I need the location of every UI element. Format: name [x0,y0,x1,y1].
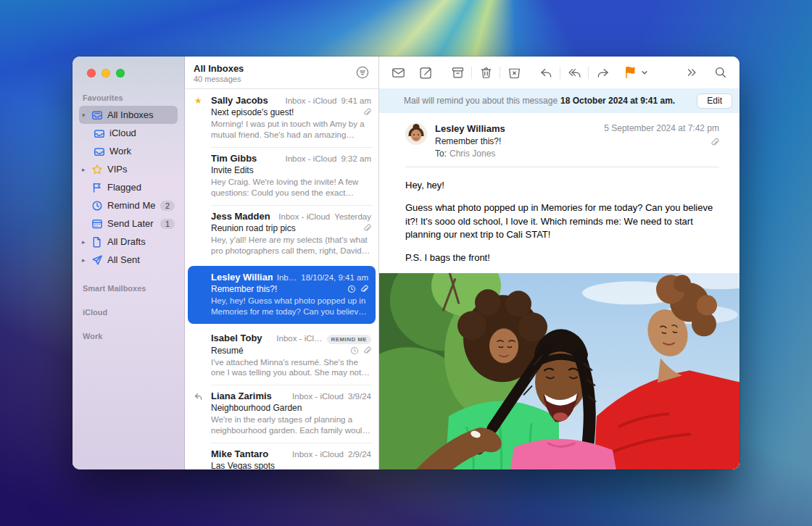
sender-avatar[interactable] [405,123,427,145]
row-sender: Sally Jacobs [211,95,281,106]
body-paragraph: Guess what photo popped up in Memories f… [405,201,715,241]
row-preview: I've attached Minna's resumé. She's the … [211,357,371,379]
more-toolbar-items-button[interactable] [683,64,700,81]
sidebar-item-send-later[interactable]: Send Later 1 [79,214,178,233]
row-subject: Resumé [211,346,350,356]
message-list: All Inboxes 40 messages ★ Sally JacobsIn… [185,57,379,469]
sidebar-item-flagged[interactable]: Flagged [79,178,178,196]
message-header: Lesley Williams Remember this?! To:Chris… [379,113,740,159]
flag-star-icon: ★ [194,96,202,106]
message-body: Hey, hey! Guess what photo popped up in … [379,167,740,273]
reply-all-button[interactable] [566,64,583,81]
archive-button[interactable] [449,64,466,81]
body-paragraph: Hey, hey! [405,179,715,192]
chevron-right-icon[interactable]: ▸ [82,256,91,264]
list-message-count: 40 messages [194,75,370,83]
row-date: 9:41 am [341,96,371,105]
sidebar: Favourites ▾ All Inboxes iCloud Work ▸ V… [72,57,185,469]
row-sender: Liana Zarimis [211,391,288,401]
clock-icon [91,200,103,212]
inbox-icon [94,128,105,139]
search-button[interactable] [712,64,729,81]
row-subject: Neighbourhood Garden [211,403,371,413]
to-label: To: [435,149,447,159]
sidebar-item-all-inboxes[interactable]: ▾ All Inboxes [79,106,178,124]
window-controls [72,57,184,78]
sidebar-item-vips[interactable]: ▸ VIPs [79,160,178,178]
forward-button[interactable] [594,64,611,81]
row-date: Yesterday [334,212,371,221]
inbox-icon [94,146,105,157]
delete-button[interactable] [477,64,494,81]
row-date: 18/10/24, 9:41 am [301,273,368,282]
paperclip-icon [362,224,371,233]
sidebar-section-smart-mailboxes: Smart Mailboxes [72,284,184,293]
paperclip-icon [710,138,719,147]
remind-clock-icon [347,285,356,293]
paperclip-icon [362,108,371,117]
compose-button[interactable] [417,64,434,81]
chevron-down-icon[interactable]: ▾ [82,112,91,119]
message-list-header: All Inboxes 40 messages [185,57,378,89]
flag-button[interactable] [621,64,639,81]
sidebar-section-icloud: iCloud [72,308,184,317]
document-icon [91,236,103,248]
message-row[interactable]: Liana ZarimisInbox - iCloud3/9/24 Neighb… [185,385,378,443]
message-row[interactable]: Isabel TobyInbox - iCl…REMIND ME Resumé … [185,327,378,385]
row-preview: Hey, hey! Guess what photo popped up in … [211,296,368,317]
reminder-text: Mail will remind you about this message [404,96,558,106]
sidebar-item-work-inbox[interactable]: Work [79,142,178,160]
row-date: 9:32 am [341,154,371,163]
get-mail-button[interactable] [389,64,407,81]
toolbar [379,57,740,88]
mail-window: Favourites ▾ All Inboxes iCloud Work ▸ V… [72,57,740,469]
paperclip-icon [360,285,368,293]
chevron-right-icon[interactable]: ▸ [82,166,91,173]
row-preview: Hey Craig. We're loving the invite! A fe… [211,177,371,199]
sidebar-item-all-drafts[interactable]: ▸ All Drafts [79,233,178,251]
reply-button[interactable] [537,64,555,81]
paper-plane-icon [91,254,103,266]
sidebar-item-icloud-inbox[interactable]: iCloud [79,124,178,142]
message-row[interactable]: Jess MaddenInbox - iCloudYesterday Reuni… [185,205,378,263]
row-preview: Hey, y'all! Here are my selects (that's … [211,235,371,256]
row-sender: Lesley Williams [211,272,273,283]
row-mailbox: Inbox - iCl… [276,334,322,343]
flag-menu-chevron-icon[interactable] [641,66,648,79]
filter-icon[interactable] [355,65,370,80]
junk-button[interactable] [505,64,523,81]
zoom-button[interactable] [116,69,125,78]
row-sender: Mike Tantaro [211,448,288,459]
unread-badge: 2 [160,201,175,211]
remind-clock-icon [350,346,359,355]
reading-pane: Mail will remind you about this message … [379,57,740,469]
message-date: 5 September 2024 at 7:42 pm [604,123,719,133]
minimize-button[interactable] [102,69,110,78]
chevron-right-icon[interactable]: ▸ [82,238,91,246]
row-subject: Las Vegas spots [211,461,371,469]
sidebar-item-label: Send Later [107,218,160,229]
sidebar-item-label: Work [109,146,175,156]
message-row[interactable]: Tim GibbsInbox - iCloud9:32 am Invite Ed… [185,147,378,205]
sidebar-section-favourites: Favourites [72,93,184,102]
edit-reminder-button[interactable]: Edit [697,93,732,109]
sidebar-item-label: Flagged [107,182,175,193]
sidebar-item-label: All Sent [107,254,175,265]
sidebar-section-work: Work [72,332,184,341]
row-mailbox: Inbox - iCloud [278,212,330,221]
sidebar-item-label: All Drafts [107,236,175,247]
row-mailbox: Inbox - iCloud [285,96,336,105]
reminder-date: 18 October 2024 at 9:41 am. [560,96,675,106]
sidebar-item-remind-me[interactable]: Remind Me 2 [79,196,178,214]
row-subject: Remember this?! [211,284,347,294]
sidebar-item-label: iCloud [109,128,175,138]
star-icon [91,164,103,175]
reminder-banner: Mail will remind you about this message … [379,88,740,113]
message-row-selected[interactable]: Lesley WilliamsInb…18/10/24, 9:41 am Rem… [188,266,376,324]
message-row[interactable]: ★ Sally JacobsInbox - iCloud9:41 am Next… [185,89,378,147]
close-button[interactable] [87,69,96,78]
sidebar-item-all-sent[interactable]: ▸ All Sent [79,251,178,269]
message-row[interactable]: Mike TantaroInbox - iCloud2/9/24 Las Veg… [185,443,378,469]
remind-me-badge: REMIND ME [327,335,371,344]
photo-attachment[interactable] [379,273,740,469]
